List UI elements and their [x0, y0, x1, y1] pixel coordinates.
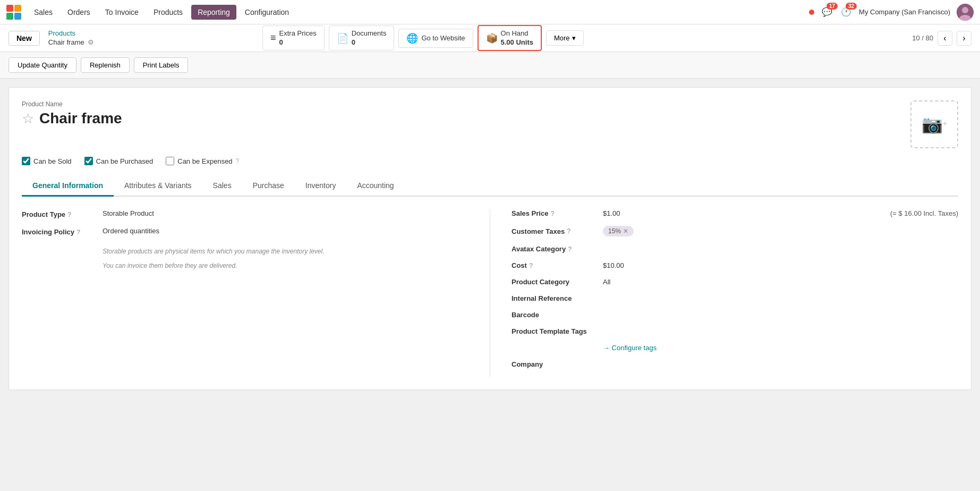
form-card: Product Name ☆ Chair frame 📷+ Can be Sol… [8, 87, 972, 390]
replenish-button[interactable]: Replenish [81, 57, 130, 73]
can-be-purchased-checkbox[interactable]: Can be Purchased [84, 157, 154, 165]
status-dot [809, 10, 814, 15]
tab-purchase[interactable]: Purchase [242, 176, 295, 197]
tab-general-information[interactable]: General Information [22, 176, 114, 197]
print-labels-button[interactable]: Print Labels [134, 57, 189, 73]
configure-tags-link[interactable]: → Configure tags [603, 344, 958, 352]
nav-configuration[interactable]: Configuration [238, 5, 295, 20]
product-type-help-icon[interactable]: ? [67, 211, 71, 218]
favorite-star-icon[interactable]: ☆ [22, 111, 34, 127]
product-name-section: Product Name ☆ Chair frame [22, 100, 910, 127]
nav-orders[interactable]: Orders [61, 5, 97, 20]
documents-button[interactable]: 📄 Documents 0 [329, 26, 395, 51]
cost-help-icon[interactable]: ? [529, 262, 533, 269]
internal-reference-row: Internal Reference [512, 294, 958, 302]
barcode-label: Barcode [512, 311, 539, 319]
product-category-row: Product Category All [512, 278, 958, 286]
extra-prices-count: 0 [279, 38, 283, 47]
nav-reporting[interactable]: Reporting [191, 5, 236, 20]
product-type-note1: Storable products are physical items for… [103, 247, 468, 257]
invoicing-policy-help-icon[interactable]: ? [76, 228, 80, 236]
form-divider [490, 209, 490, 377]
product-image-upload[interactable]: 📷+ [910, 100, 958, 148]
customer-taxes-help-icon[interactable]: ? [567, 227, 570, 235]
on-hand-button[interactable]: 📦 On Hand 5.00 Units [478, 25, 542, 52]
product-type-value: Storable Product [103, 209, 468, 217]
product-header: Product Name ☆ Chair frame 📷+ [22, 100, 958, 148]
product-title: Chair frame [39, 110, 122, 127]
tabs: General Information Attributes & Variant… [22, 176, 958, 197]
activity-badge[interactable]: 🕐 32 [840, 6, 853, 19]
documents-icon: 📄 [337, 32, 348, 44]
avatax-category-label: Avatax Category [512, 245, 566, 253]
main-content: Product Name ☆ Chair frame 📷+ Can be Sol… [0, 79, 980, 485]
user-avatar[interactable] [957, 4, 974, 21]
extra-prices-icon: ≡ [270, 32, 276, 44]
can-be-sold-label: Can be Sold [33, 157, 72, 165]
svg-rect-3 [14, 13, 21, 20]
tab-attributes-variants[interactable]: Attributes & Variants [114, 176, 202, 197]
documents-count: 0 [352, 38, 355, 47]
app-logo [6, 5, 21, 20]
new-button[interactable]: New [8, 31, 40, 46]
avatax-category-row: Avatax Category ? [512, 245, 958, 253]
pagination: 10 / 80 ‹ › [912, 31, 972, 46]
form-left: Product Type ? Storable Product Invoicin… [22, 209, 468, 377]
action-bar: New Products Chair frame ⚙ ≡ Extra Price… [0, 24, 980, 52]
cost-label: Cost [512, 261, 527, 269]
can-be-purchased-input[interactable] [84, 157, 93, 165]
customer-taxes-remove-icon[interactable]: ✕ [623, 227, 628, 235]
avatax-category-help-icon[interactable]: ? [568, 246, 572, 253]
product-template-tags-label: Product Template Tags [512, 327, 587, 335]
svg-rect-2 [6, 13, 13, 20]
company-row: Company [512, 360, 958, 368]
cost-row: Cost ? $10.00 [512, 261, 958, 269]
activity-count: 32 [846, 3, 857, 10]
nav-products[interactable]: Products [147, 5, 189, 20]
tab-inventory[interactable]: Inventory [295, 176, 347, 197]
product-category-value: All [603, 278, 958, 286]
nav-to-invoice[interactable]: To Invoice [99, 5, 145, 20]
can-be-expensed-checkbox[interactable]: Can be Expensed ? [166, 157, 239, 165]
go-to-website-button[interactable]: 🌐 Go to Website [398, 29, 473, 48]
sales-price-extra: (= $ 16.00 Incl. Taxes) [890, 209, 958, 217]
messages-badge[interactable]: 💬 17 [821, 6, 833, 19]
settings-icon[interactable]: ⚙ [88, 38, 94, 47]
cost-value: $10.00 [603, 261, 958, 269]
company-name: My Company (San Francisco) [859, 8, 950, 16]
can-be-purchased-label: Can be Purchased [96, 157, 154, 165]
svg-point-5 [962, 7, 968, 13]
more-button[interactable]: More ▾ [546, 30, 584, 46]
sales-price-row: Sales Price ? $1.00 (= $ 16.00 Incl. Tax… [512, 209, 958, 217]
tab-sales[interactable]: Sales [202, 176, 242, 197]
breadcrumb-current-label: Chair frame [48, 38, 84, 47]
top-nav: Sales Orders To Invoice Products Reporti… [0, 0, 980, 24]
can-be-sold-input[interactable] [22, 157, 30, 165]
product-type-note2: You can invoice them before they are del… [103, 261, 468, 271]
product-template-tags-row: Product Template Tags [512, 327, 958, 335]
tab-accounting[interactable]: Accounting [346, 176, 404, 197]
company-label: Company [512, 360, 543, 368]
invoicing-policy-row: Invoicing Policy ? Ordered quantities [22, 227, 468, 236]
on-hand-label: On Hand [501, 29, 529, 38]
pagination-prev-button[interactable]: ‹ [938, 31, 952, 46]
pagination-next-button[interactable]: › [957, 31, 972, 46]
can-be-expensed-input[interactable] [166, 157, 174, 165]
can-be-expensed-label: Can be Expensed [177, 157, 232, 165]
invoicing-policy-value: Ordered quantities [103, 227, 468, 235]
more-label: More [554, 34, 570, 42]
on-hand-value: 5.00 Units [501, 38, 533, 47]
nav-right: 💬 17 🕐 32 My Company (San Francisco) [809, 4, 974, 21]
configure-tags-row: → Configure tags [512, 344, 958, 352]
product-type-row: Product Type ? Storable Product [22, 209, 468, 218]
sales-price-help-icon[interactable]: ? [550, 210, 554, 217]
can-be-sold-checkbox[interactable]: Can be Sold [22, 157, 72, 165]
update-quantity-button[interactable]: Update Quantity [8, 57, 76, 73]
customer-taxes-value: 15% ✕ [603, 226, 958, 236]
sales-price-value: $1.00 [603, 209, 880, 217]
nav-menu: Sales Orders To Invoice Products Reporti… [28, 5, 809, 20]
expensed-help-icon[interactable]: ? [236, 157, 240, 165]
nav-sales[interactable]: Sales [28, 5, 59, 20]
breadcrumb-products-link[interactable]: Products [48, 29, 94, 38]
extra-prices-button[interactable]: ≡ Extra Prices 0 [262, 26, 325, 51]
